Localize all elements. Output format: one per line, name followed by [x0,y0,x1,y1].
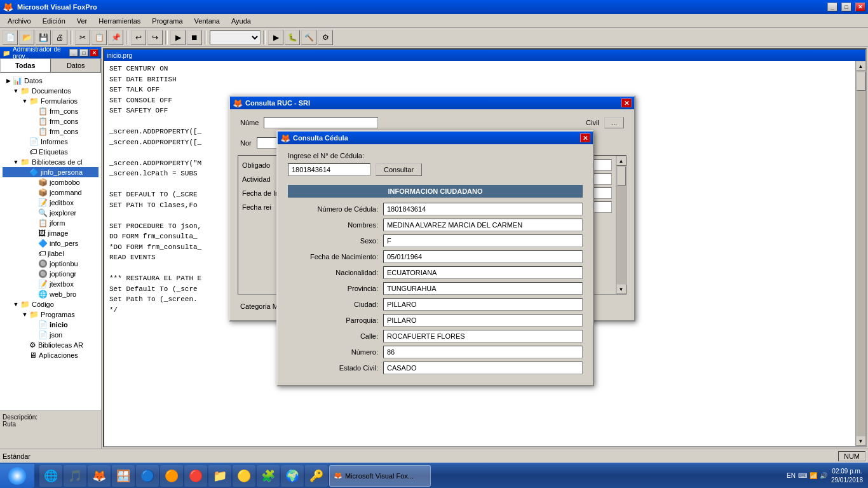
ruc-civil-btn[interactable]: ... [604,117,624,128]
taskbar-key[interactable]: 🔑 [305,465,328,487]
cedula-number-input[interactable] [288,163,370,176]
ruc-civil-label: Civil [586,119,599,126]
cedula-title-text: Consulta Cédula [293,134,578,142]
field-label-prov: Provincia: [288,285,383,292]
ruc-scroll-down[interactable]: ▼ [616,284,627,294]
taskbar-clock: 02:09 p.m. 29/01/2018 [831,467,863,485]
taskbar-red[interactable]: 🔴 [184,465,207,487]
taskbar-yellow[interactable]: 🟡 [233,465,255,487]
field-row-numero: Número: [288,346,583,358]
cedula-dialog-title: 🦊 Consulta Cédula ✕ [278,132,593,144]
field-label-numero: Número: [288,348,383,356]
field-label-ecivil: Estado Civil: [288,364,383,372]
field-label-cedula: Número de Cédula: [288,205,383,213]
clock-date: 29/01/2018 [831,476,863,485]
cedula-close-btn[interactable]: ✕ [580,133,590,142]
field-value-ciudad[interactable] [383,298,583,311]
field-row-ciudad: Ciudad: [288,298,583,311]
start-button[interactable] [0,464,34,488]
consultar-button[interactable]: Consultar [376,163,422,176]
field-row-nombres: Nombres: [288,219,583,231]
field-row-ecivil: Estado Civil: [288,362,583,374]
field-value-numero[interactable] [383,346,583,358]
field-value-ecivil[interactable] [383,362,583,374]
taskbar-media[interactable]: 🎵 [64,465,86,487]
cedula-input-row: Consultar [288,163,583,176]
cedula-section-header: INFORMACION CIUDADANO [288,185,583,198]
ruc-header-row: Núme Civil ... [235,114,629,131]
ruc-numero-input[interactable] [264,117,378,128]
ruc-nombres-label: Nor [240,139,252,147]
taskbar-right: EN ⌨ 📶 🔊 02:09 p.m. 29/01/2018 [782,467,868,485]
field-row-calle: Calle: [288,330,583,342]
sys-tray: EN ⌨ 📶 🔊 [787,472,827,479]
taskbar-icons: 🌐 🎵 🦊 🪟 🔵 🟠 🔴 📁 🟡 🧩 🌍 🔑 🦊 Microsoft Visu… [37,465,782,487]
taskbar-ie[interactable]: 🌐 [39,465,62,487]
taskbar-firefox[interactable]: 🦊 [88,465,111,487]
network-icon: 📶 [810,472,817,479]
dialog-overlay: 🦊 Consulta RUC - SRI ✕ Núme Civil ... No… [0,0,868,488]
field-label-nac: Nacionalidad: [288,269,383,276]
keyboard-icon: ⌨ [798,472,807,479]
cedula-prompt: Ingrese el N° de Cédula: [288,152,583,159]
field-row-prov: Provincia: [288,282,583,295]
ruc-icon: 🦊 [233,98,243,108]
taskbar-files[interactable]: 📁 [208,465,231,487]
field-label-parroquia: Parroquia: [288,316,383,324]
taskbar-orange[interactable]: 🟠 [160,465,183,487]
field-value-cedula[interactable] [383,203,583,215]
start-orb [8,467,26,485]
ruc-scroll-thumb[interactable] [617,166,626,186]
cedula-icon: 🦊 [280,133,290,143]
ruc-close-btn[interactable]: ✕ [621,98,632,107]
field-value-nombres[interactable] [383,219,583,231]
field-row-fnac: Fecha de Nacimiento: [288,250,583,263]
clock-time: 02:09 p.m. [831,467,863,476]
field-value-fnac[interactable] [383,250,583,263]
taskbar-vfp-icon: 🦊 [334,471,342,480]
field-value-prov[interactable] [383,282,583,295]
volume-icon: 🔊 [820,472,827,479]
taskbar-puzzle[interactable]: 🧩 [257,465,280,487]
ruc-scrollbar[interactable]: ▲ ▼ [616,156,626,294]
ruc-numero-label: Núme [240,119,259,126]
cedula-dialog[interactable]: 🦊 Consulta Cédula ✕ Ingrese el N° de Céd… [276,130,594,386]
taskbar-vfp-active[interactable]: 🦊 Microsoft Visual Fox... [329,465,431,487]
taskbar-chrome[interactable]: 🔵 [136,465,159,487]
field-value-nac[interactable] [383,266,583,279]
ruc-title-text: Consulta RUC - SRI [245,99,619,107]
lang-indicator: EN [787,472,796,479]
field-label-ciudad: Ciudad: [288,301,383,308]
taskbar-vfp-label: Microsoft Visual Fox... [345,472,414,480]
field-row-nac: Nacionalidad: [288,266,583,279]
field-value-calle[interactable] [383,330,583,342]
field-label-calle: Calle: [288,332,383,340]
field-row-sexo: Sexo: [288,234,583,247]
cedula-body: Ingrese el N° de Cédula: Consultar INFOR… [278,144,593,385]
field-value-parroquia[interactable] [383,314,583,327]
ruc-scroll-up[interactable]: ▲ [616,156,627,166]
field-value-sexo[interactable] [383,234,583,247]
cedula-fields: Número de Cédula: Nombres: Sexo: Fecha d… [288,203,583,374]
taskbar: 🌐 🎵 🦊 🪟 🔵 🟠 🔴 📁 🟡 🧩 🌍 🔑 🦊 Microsoft Visu… [0,463,868,488]
field-label-fnac: Fecha de Nacimiento: [288,253,383,261]
field-label-nombres: Nombres: [288,221,383,229]
ruc-dialog-title: 🦊 Consulta RUC - SRI ✕ [230,97,634,109]
ruc-scroll-track [616,166,626,284]
field-label-sexo: Sexo: [288,237,383,245]
field-row-parroquia: Parroquia: [288,314,583,327]
taskbar-win[interactable]: 🪟 [112,465,135,487]
field-row-cedula: Número de Cédula: [288,203,583,215]
taskbar-earth[interactable]: 🌍 [281,465,304,487]
